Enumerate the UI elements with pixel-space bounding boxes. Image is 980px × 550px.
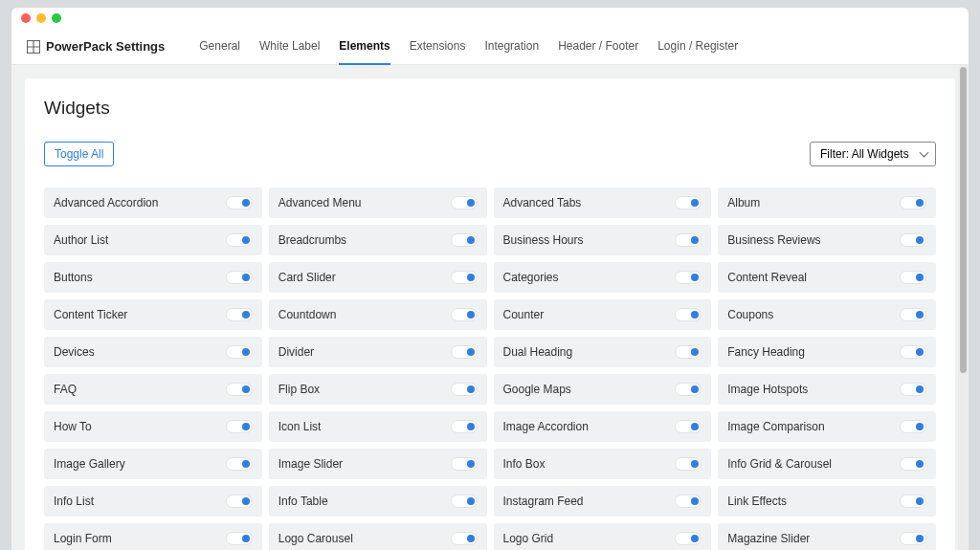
widget-toggle[interactable] bbox=[226, 196, 253, 209]
widget-toggle[interactable] bbox=[451, 383, 478, 396]
widget-toggle[interactable] bbox=[226, 420, 253, 433]
widget-label: Image Gallery bbox=[54, 457, 125, 471]
widget-card: Google Maps bbox=[494, 374, 712, 405]
widget-toggle[interactable] bbox=[675, 271, 702, 284]
widget-label: Flip Box bbox=[278, 383, 320, 396]
widget-toggle[interactable] bbox=[900, 457, 926, 471]
widget-toggle[interactable] bbox=[675, 196, 702, 209]
widget-toggle[interactable] bbox=[900, 495, 926, 508]
widget-toggle[interactable] bbox=[900, 345, 926, 359]
filter-select[interactable]: Filter: All Widgets bbox=[810, 142, 936, 166]
widget-label: Google Maps bbox=[503, 383, 571, 396]
nav-tab[interactable]: Login / Register bbox=[657, 29, 738, 65]
widget-card: Link Effects bbox=[718, 486, 936, 517]
nav-tab[interactable]: General bbox=[199, 29, 240, 65]
widget-card: Fancy Heading bbox=[718, 337, 936, 367]
widget-label: Image Accordion bbox=[503, 420, 589, 433]
nav-tab[interactable]: Extensions bbox=[410, 29, 466, 65]
widget-label: Advanced Menu bbox=[278, 196, 362, 209]
widget-toggle[interactable] bbox=[675, 308, 702, 321]
widget-card: Image Slider bbox=[269, 449, 487, 479]
app-window: PowerPack Settings GeneralWhite LabelEle… bbox=[11, 8, 969, 550]
widget-label: Categories bbox=[503, 271, 559, 284]
app-title: PowerPack Settings bbox=[46, 39, 165, 54]
widget-toggle[interactable] bbox=[226, 233, 253, 247]
widget-label: Album bbox=[727, 196, 760, 209]
widget-toggle[interactable] bbox=[900, 383, 926, 396]
widget-toggle[interactable] bbox=[226, 457, 253, 471]
topbar: PowerPack Settings GeneralWhite LabelEle… bbox=[11, 29, 969, 65]
widget-card: Content Ticker bbox=[44, 299, 262, 330]
widget-label: Link Effects bbox=[727, 495, 787, 508]
widget-label: Info List bbox=[54, 495, 94, 508]
widget-label: Dual Heading bbox=[503, 345, 573, 359]
widget-toggle[interactable] bbox=[451, 196, 478, 209]
widget-toggle[interactable] bbox=[900, 420, 926, 433]
widget-label: Content Ticker bbox=[54, 308, 127, 321]
widget-toggle[interactable] bbox=[900, 196, 926, 209]
widget-toggle[interactable] bbox=[451, 345, 478, 359]
widget-card: Icon List bbox=[269, 411, 487, 442]
widget-label: Icon List bbox=[278, 420, 322, 433]
widget-toggle[interactable] bbox=[675, 345, 702, 359]
maximize-icon[interactable] bbox=[52, 13, 61, 23]
widget-label: Divider bbox=[278, 345, 314, 359]
widget-card: Dual Heading bbox=[494, 337, 712, 367]
widget-card: Logo Carousel bbox=[269, 523, 487, 550]
widget-toggle[interactable] bbox=[226, 345, 253, 359]
scrollbar-track[interactable] bbox=[958, 65, 969, 550]
widget-label: Image Comparison bbox=[727, 420, 824, 433]
widget-label: Instagram Feed bbox=[503, 495, 584, 508]
widget-card: Image Gallery bbox=[44, 449, 262, 479]
widget-toggle[interactable] bbox=[675, 383, 702, 396]
scrollbar-thumb[interactable] bbox=[960, 67, 967, 373]
widget-label: Advanced Accordion bbox=[54, 196, 158, 209]
widget-card: Logo Grid bbox=[494, 523, 712, 550]
widget-toggle[interactable] bbox=[675, 233, 702, 247]
widget-toggle[interactable] bbox=[451, 420, 478, 433]
minimize-icon[interactable] bbox=[36, 13, 46, 23]
widget-toggle[interactable] bbox=[451, 457, 478, 471]
nav-tab[interactable]: Elements bbox=[339, 29, 390, 65]
widget-card: Album bbox=[718, 187, 936, 218]
widget-toggle[interactable] bbox=[226, 308, 253, 321]
widget-toggle[interactable] bbox=[226, 383, 253, 396]
widget-toggle[interactable] bbox=[900, 308, 926, 321]
widget-card: Counter bbox=[494, 299, 712, 330]
widget-card: Coupons bbox=[718, 299, 936, 330]
widget-toggle[interactable] bbox=[675, 495, 702, 508]
widget-toggle[interactable] bbox=[675, 420, 702, 433]
widget-label: Image Hotspots bbox=[727, 383, 808, 396]
widget-toggle[interactable] bbox=[451, 532, 478, 545]
widget-toggle[interactable] bbox=[226, 271, 253, 284]
nav-tab[interactable]: Header / Footer bbox=[558, 29, 638, 65]
widget-label: Business Hours bbox=[503, 233, 584, 247]
widget-toggle[interactable] bbox=[900, 271, 926, 284]
widget-label: Info Box bbox=[503, 457, 546, 471]
widget-toggle[interactable] bbox=[675, 532, 702, 545]
widget-card: Image Hotspots bbox=[718, 374, 936, 405]
widget-toggle[interactable] bbox=[451, 495, 478, 508]
widget-card: FAQ bbox=[44, 374, 262, 405]
widget-label: Countdown bbox=[278, 308, 337, 321]
widget-toggle[interactable] bbox=[900, 233, 926, 247]
nav-tab[interactable]: Integration bbox=[484, 29, 539, 65]
widget-label: Magazine Slider bbox=[727, 532, 810, 545]
widget-toggle[interactable] bbox=[451, 271, 478, 284]
widget-card: Divider bbox=[269, 337, 487, 367]
widget-label: Counter bbox=[503, 308, 545, 321]
widget-label: Logo Carousel bbox=[278, 532, 353, 545]
widget-card: Author List bbox=[44, 225, 262, 255]
widget-toggle[interactable] bbox=[226, 495, 253, 508]
widget-toggle[interactable] bbox=[675, 457, 702, 471]
widget-label: Content Reveal bbox=[727, 271, 807, 284]
widget-card: Advanced Accordion bbox=[44, 187, 262, 218]
widget-toggle[interactable] bbox=[226, 532, 253, 545]
nav-tab[interactable]: White Label bbox=[259, 29, 320, 65]
toggle-all-button[interactable]: Toggle All bbox=[44, 142, 114, 166]
close-icon[interactable] bbox=[21, 13, 31, 23]
widget-card: Business Hours bbox=[494, 225, 712, 255]
widget-toggle[interactable] bbox=[900, 532, 926, 545]
widget-toggle[interactable] bbox=[451, 308, 478, 321]
widget-toggle[interactable] bbox=[451, 233, 478, 247]
